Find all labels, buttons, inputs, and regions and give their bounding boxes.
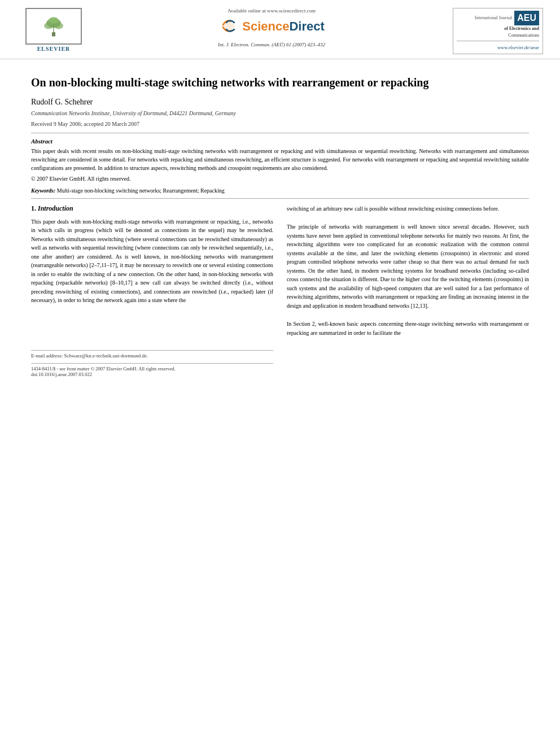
sciencedirect-text: ScienceDirect bbox=[242, 19, 325, 34]
elsevier-logo-box bbox=[25, 8, 82, 45]
header: ELSEVIER Available online at www.science… bbox=[0, 0, 560, 59]
two-column-layout: 1. Introduction This paper deals with no… bbox=[31, 204, 529, 377]
footnote-email-address: Schwarz@kn.e-technik.uni-dortmund.de. bbox=[64, 353, 148, 359]
abstract-section: Abstract This paper deals with recent re… bbox=[31, 138, 529, 182]
column-left: 1. Introduction This paper deals with no… bbox=[31, 204, 273, 377]
footnote-area: E-mail address: Schwarz@kn.e-technik.uni… bbox=[31, 350, 273, 359]
elsevier-tree-icon bbox=[37, 16, 71, 37]
column-right: switching of an arbitrary new call is po… bbox=[287, 204, 529, 377]
elsevier-wordmark: ELSEVIER bbox=[37, 46, 71, 52]
received-dates: Received 9 May 2006; accepted 20 March 2… bbox=[31, 121, 529, 127]
keywords-label: Keywords: bbox=[31, 187, 55, 194]
author-name: Rudolf G. Schehrer bbox=[31, 98, 529, 107]
keywords-text: Multi-stage non-blocking switching netwo… bbox=[57, 187, 225, 194]
affiliation: Communication Networks Institute, Univer… bbox=[31, 110, 529, 116]
section1-title: Introduction bbox=[38, 204, 73, 212]
section1-col2-p3: In Section 2, well-known basic aspects c… bbox=[287, 320, 529, 337]
aeu-logo-box: International Journal AEU of Electronics… bbox=[453, 8, 543, 54]
journal-reference: Int. J. Electron. Commun. (AEÜ) 61 (2007… bbox=[218, 42, 325, 47]
aeu-badge: AEU bbox=[514, 11, 539, 25]
abstract-title: Abstract bbox=[31, 138, 529, 145]
section1-col2-p2: The principle of networks with rearrange… bbox=[287, 222, 529, 310]
elsevier-website-link[interactable]: www.elsevier.de/aeue bbox=[457, 45, 539, 51]
divider-keywords bbox=[31, 198, 529, 199]
copyright: © 2007 Elsevier GmbH. All rights reserve… bbox=[31, 176, 529, 182]
page: ELSEVIER Available online at www.science… bbox=[0, 0, 560, 747]
divider-top bbox=[31, 133, 529, 133]
footer-doi: doi:10.1016/j.aeue.2007.03.022 bbox=[31, 372, 273, 377]
footer-issn: 1434-8411/$ - see front matter © 2007 El… bbox=[31, 366, 273, 372]
aeu-logo-area: International Journal AEU of Electronics… bbox=[453, 8, 543, 54]
keywords-line: Keywords: Multi-stage non-blocking switc… bbox=[31, 187, 529, 194]
abstract-text: This paper deals with recent results on … bbox=[31, 147, 529, 172]
main-content: On non-blocking multi-stage switching ne… bbox=[0, 63, 560, 388]
section1-number: 1. bbox=[31, 204, 36, 212]
footnote-email-label: E-mail address: bbox=[31, 353, 63, 359]
aeu-journal-line1: International Journal bbox=[475, 15, 512, 21]
header-center: Available online at www.sciencedirect.co… bbox=[90, 8, 453, 47]
sciencedirect-icon bbox=[218, 16, 239, 37]
section1-col2-p1: switching of an arbitrary new call is po… bbox=[287, 204, 529, 213]
section1-heading: 1. Introduction bbox=[31, 204, 273, 213]
aeu-journal-name: of Electronics and Communications bbox=[457, 25, 539, 38]
available-text: Available online at www.sciencedirect.co… bbox=[102, 8, 441, 14]
footer-info: 1434-8411/$ - see front matter © 2007 El… bbox=[31, 363, 273, 377]
article-title: On non-blocking multi-stage switching ne… bbox=[31, 75, 529, 90]
svg-point-5 bbox=[49, 17, 59, 24]
elsevier-logo-area: ELSEVIER bbox=[17, 8, 90, 52]
svg-point-6 bbox=[53, 33, 55, 35]
section1-col1-p1: This paper deals with non-blocking multi… bbox=[31, 217, 273, 305]
footnote-email: E-mail address: Schwarz@kn.e-technik.uni… bbox=[31, 353, 273, 359]
sciencedirect-logo: ScienceDirect Int. J. Electron. Commun. … bbox=[102, 16, 441, 47]
